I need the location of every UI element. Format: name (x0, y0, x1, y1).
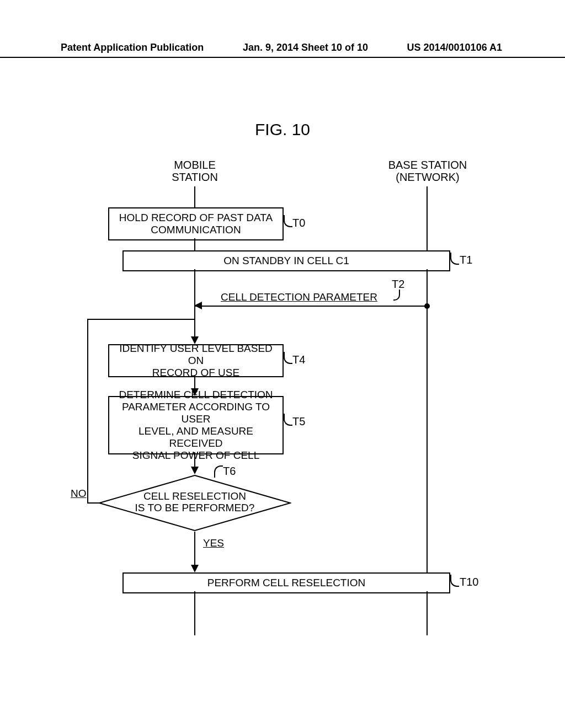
hook-t2 (393, 290, 400, 301)
hook-t4 (284, 352, 292, 364)
header-center: Jan. 9, 2014 Sheet 10 of 10 (243, 42, 368, 53)
lifeline-mobile-2 (194, 238, 195, 250)
lifeline-mobile-1 (194, 186, 195, 207)
step-t5-box: DETERMINE CELL DETECTION PARAMETER ACCOR… (108, 396, 284, 454)
branch-yes: YES (203, 537, 224, 549)
step-t10-label: T10 (460, 576, 478, 588)
arrow-into-t10 (191, 565, 199, 572)
figure-title: FIG. 10 (0, 120, 565, 139)
branch-no: NO (71, 488, 87, 500)
hook-t1 (450, 253, 459, 265)
lifeline-mobile-3 (194, 269, 195, 307)
step-t6-diamond: CELL RESELECTION IS TO BE PERFORMED? (98, 474, 291, 532)
no-branch-h (87, 502, 99, 504)
no-loop-top (88, 319, 195, 320)
hook-t6 (214, 465, 223, 478)
lane-base-station: BASE STATION (NETWORK) (386, 159, 469, 183)
patent-header: Patent Application Publication Jan. 9, 2… (0, 42, 565, 58)
lifeline-base-2 (427, 269, 428, 587)
step-t6-label: T6 (223, 465, 236, 478)
msg-t2-origin-dot (424, 303, 430, 309)
lifeline-mobile-8 (194, 591, 195, 635)
hook-t0 (284, 215, 292, 227)
no-loop-vertical (87, 319, 88, 504)
msg-t2-text: CELL DETECTION PARAMETER (221, 291, 377, 303)
header-left: Patent Application Publication (61, 42, 204, 53)
step-t0-box: HOLD RECORD OF PAST DATA COMMUNICATION (108, 207, 284, 240)
hook-t5 (284, 414, 292, 426)
header-right: US 2014/0010106 A1 (407, 42, 502, 53)
msg-t2-line (195, 306, 427, 307)
step-t4-box: IDENTIFY USER LEVEL BASED ON RECORD OF U… (108, 344, 284, 377)
lane-mobile-station: MOBILE STATION (162, 159, 228, 183)
step-t2-label: T2 (392, 278, 404, 291)
msg-t2-arrowhead (194, 302, 202, 309)
lifeline-base-1 (427, 186, 428, 250)
hook-t10 (450, 575, 459, 587)
arrow-into-t6 (191, 467, 199, 474)
step-t10-box: PERFORM CELL RESELECTION (122, 572, 450, 593)
step-t0-label: T0 (292, 217, 305, 229)
step-t1-label: T1 (460, 254, 472, 266)
step-t4-label: T4 (292, 354, 305, 366)
lifeline-base-3 (427, 591, 428, 635)
step-t1-box: ON STANDBY IN CELL C1 (122, 250, 450, 271)
step-t5-label: T5 (292, 415, 305, 428)
